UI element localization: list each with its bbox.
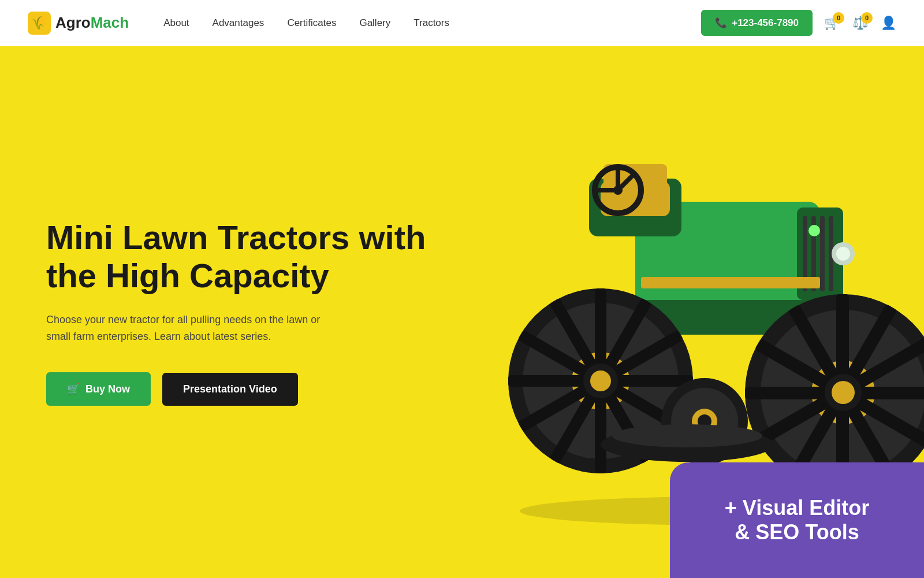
promo-line1: + Visual Editor bbox=[725, 496, 869, 520]
cart-button[interactable]: 🛒 0 bbox=[824, 16, 840, 31]
compare-badge: 0 bbox=[861, 12, 873, 24]
nav-links: About Advantages Certificates Gallery Tr… bbox=[163, 17, 701, 29]
nav-certificates[interactable]: Certificates bbox=[287, 17, 336, 29]
buy-now-label: Buy Now bbox=[85, 383, 130, 395]
video-button[interactable]: Presentation Video bbox=[162, 373, 298, 406]
promo-badge: + Visual Editor & SEO Tools bbox=[670, 462, 924, 578]
phone-button[interactable]: 📞 +123-456-7890 bbox=[701, 10, 813, 36]
hero-content: Mini Lawn Tractors with the High Capacit… bbox=[0, 46, 508, 578]
icon-group: 🛒 0 ⚖️ 0 👤 bbox=[824, 16, 896, 31]
buy-now-button[interactable]: 🛒 Buy Now bbox=[46, 372, 151, 406]
hero-subtitle: Choose your new tractor for all pulling … bbox=[46, 312, 346, 345]
compare-button[interactable]: ⚖️ 0 bbox=[852, 16, 868, 31]
svg-point-40 bbox=[832, 381, 855, 404]
navbar: 🌾 AgroMach About Advantages Certificates… bbox=[0, 0, 924, 46]
nav-tractors[interactable]: Tractors bbox=[413, 17, 449, 29]
brand-name: AgroMach bbox=[55, 14, 129, 32]
hero-buttons: 🛒 Buy Now Presentation Video bbox=[46, 372, 450, 406]
nav-about[interactable]: About bbox=[163, 17, 189, 29]
svg-point-7 bbox=[836, 247, 850, 261]
nav-advantages[interactable]: Advantages bbox=[213, 17, 264, 29]
video-button-label: Presentation Video bbox=[183, 383, 277, 395]
promo-line2: & SEO Tools bbox=[735, 520, 859, 544]
svg-point-29 bbox=[590, 370, 611, 391]
logo[interactable]: 🌾 AgroMach bbox=[28, 12, 129, 35]
hero-section: Mini Lawn Tractors with the High Capacit… bbox=[0, 46, 924, 578]
phone-icon: 📞 bbox=[715, 17, 727, 29]
cart-badge: 0 bbox=[833, 12, 844, 24]
account-button[interactable]: 👤 bbox=[881, 16, 896, 31]
cart-icon-btn: 🛒 bbox=[67, 383, 80, 395]
svg-point-8 bbox=[808, 225, 820, 236]
svg-rect-4 bbox=[820, 216, 825, 291]
phone-number: +123-456-7890 bbox=[732, 17, 799, 29]
nav-right: 📞 +123-456-7890 🛒 0 ⚖️ 0 👤 bbox=[701, 10, 896, 36]
user-icon: 👤 bbox=[881, 16, 896, 31]
nav-gallery[interactable]: Gallery bbox=[359, 17, 390, 29]
svg-rect-18 bbox=[641, 277, 820, 288]
hero-title: Mini Lawn Tractors with the High Capacit… bbox=[46, 218, 450, 295]
logo-icon: 🌾 bbox=[28, 12, 51, 35]
tractor-image bbox=[474, 51, 924, 525]
svg-point-46 bbox=[612, 424, 762, 447]
